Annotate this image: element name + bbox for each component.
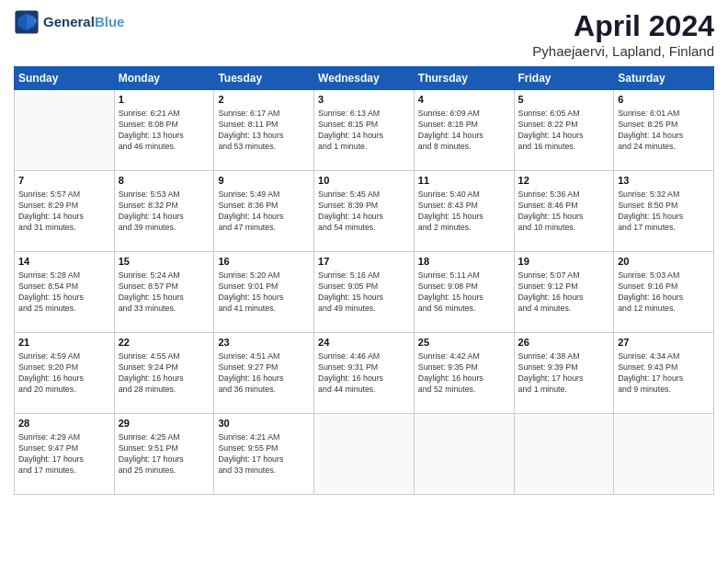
calendar-day-cell [314,414,415,495]
calendar-week-row: 14Sunrise: 5:28 AMSunset: 8:54 PMDayligh… [15,252,714,333]
day-number: 27 [618,336,710,350]
calendar-day-cell: 23Sunrise: 4:51 AMSunset: 9:27 PMDayligh… [214,333,314,414]
day-number: 1 [119,93,210,107]
title-area: April 2024 Pyhaejaervi, Lapland, Finland [532,9,714,59]
logo-icon [14,9,40,35]
day-info: Sunrise: 6:13 AMSunset: 8:15 PMDaylight:… [318,108,410,153]
day-info: Sunrise: 5:49 AMSunset: 8:36 PMDaylight:… [218,189,310,234]
weekday-header: Friday [514,67,614,90]
day-number: 30 [218,417,310,431]
day-info: Sunrise: 6:01 AMSunset: 8:25 PMDaylight:… [618,108,710,153]
day-number: 26 [518,336,610,350]
day-number: 11 [418,174,510,188]
weekday-header: Sunday [15,67,115,90]
header: GeneralBlue April 2024 Pyhaejaervi, Lapl… [14,9,714,59]
calendar-day-cell [15,90,115,171]
weekday-header: Tuesday [214,67,314,90]
day-info: Sunrise: 4:51 AMSunset: 9:27 PMDaylight:… [218,350,310,396]
day-info: Sunrise: 4:38 AMSunset: 9:39 PMDaylight:… [518,350,610,396]
day-number: 19 [518,255,610,269]
weekday-header: Saturday [614,67,714,90]
day-number: 7 [18,174,110,188]
day-info: Sunrise: 6:05 AMSunset: 8:22 PMDaylight:… [518,108,610,153]
day-info: Sunrise: 4:34 AMSunset: 9:43 PMDaylight:… [618,350,710,396]
day-info: Sunrise: 5:28 AMSunset: 8:54 PMDaylight:… [18,270,110,315]
day-number: 5 [518,93,610,107]
page: GeneralBlue April 2024 Pyhaejaervi, Lapl… [0,0,728,563]
calendar-day-cell: 26Sunrise: 4:38 AMSunset: 9:39 PMDayligh… [514,333,614,414]
calendar-day-cell: 10Sunrise: 5:45 AMSunset: 8:39 PMDayligh… [314,171,415,252]
day-number: 15 [119,255,210,269]
logo-text: GeneralBlue [43,15,124,30]
day-number: 22 [119,336,210,350]
calendar-day-cell: 7Sunrise: 5:57 AMSunset: 8:29 PMDaylight… [15,171,115,252]
calendar-day-cell: 13Sunrise: 5:32 AMSunset: 8:50 PMDayligh… [614,171,714,252]
day-info: Sunrise: 4:21 AMSunset: 9:55 PMDaylight:… [218,431,310,477]
calendar-day-cell: 5Sunrise: 6:05 AMSunset: 8:22 PMDaylight… [514,90,614,171]
day-info: Sunrise: 4:59 AMSunset: 9:20 PMDaylight:… [18,350,110,396]
day-info: Sunrise: 4:42 AMSunset: 9:35 PMDaylight:… [418,350,510,396]
day-number: 10 [318,174,410,188]
calendar-day-cell: 1Sunrise: 6:21 AMSunset: 8:08 PMDaylight… [114,90,214,171]
calendar-day-cell: 20Sunrise: 5:03 AMSunset: 9:16 PMDayligh… [614,252,714,333]
logo-blue: Blue [95,14,125,29]
day-number: 25 [418,336,510,350]
calendar-day-cell [514,414,614,495]
day-number: 3 [318,93,410,107]
day-number: 14 [18,255,110,269]
calendar-day-cell: 24Sunrise: 4:46 AMSunset: 9:31 PMDayligh… [314,333,415,414]
day-number: 9 [218,174,310,188]
calendar-day-cell: 18Sunrise: 5:11 AMSunset: 9:08 PMDayligh… [414,252,514,333]
day-number: 2 [218,93,310,107]
calendar-day-cell: 6Sunrise: 6:01 AMSunset: 8:25 PMDaylight… [614,90,714,171]
day-info: Sunrise: 4:29 AMSunset: 9:47 PMDaylight:… [18,431,110,477]
day-number: 21 [18,336,110,350]
calendar-table: SundayMondayTuesdayWednesdayThursdayFrid… [14,66,714,495]
day-info: Sunrise: 5:20 AMSunset: 9:01 PMDaylight:… [218,270,310,315]
calendar-week-row: 28Sunrise: 4:29 AMSunset: 9:47 PMDayligh… [15,414,714,495]
calendar-day-cell: 27Sunrise: 4:34 AMSunset: 9:43 PMDayligh… [614,333,714,414]
calendar-day-cell: 12Sunrise: 5:36 AMSunset: 8:46 PMDayligh… [514,171,614,252]
day-number: 13 [618,174,710,188]
calendar-day-cell: 21Sunrise: 4:59 AMSunset: 9:20 PMDayligh… [15,333,115,414]
calendar-day-cell: 14Sunrise: 5:28 AMSunset: 8:54 PMDayligh… [15,252,115,333]
logo-general: General [43,14,95,29]
day-info: Sunrise: 5:16 AMSunset: 9:05 PMDaylight:… [318,270,410,315]
day-info: Sunrise: 5:45 AMSunset: 8:39 PMDaylight:… [318,189,410,234]
calendar-day-cell: 17Sunrise: 5:16 AMSunset: 9:05 PMDayligh… [314,252,415,333]
day-info: Sunrise: 4:25 AMSunset: 9:51 PMDaylight:… [119,431,210,477]
day-info: Sunrise: 5:57 AMSunset: 8:29 PMDaylight:… [18,189,110,234]
day-info: Sunrise: 6:21 AMSunset: 8:08 PMDaylight:… [119,108,210,153]
day-info: Sunrise: 5:32 AMSunset: 8:50 PMDaylight:… [618,189,710,234]
calendar-day-cell: 19Sunrise: 5:07 AMSunset: 9:12 PMDayligh… [514,252,614,333]
day-number: 16 [218,255,310,269]
day-info: Sunrise: 6:17 AMSunset: 8:11 PMDaylight:… [218,108,310,153]
day-info: Sunrise: 5:53 AMSunset: 8:32 PMDaylight:… [119,189,210,234]
calendar-day-cell [614,414,714,495]
calendar-header-row: SundayMondayTuesdayWednesdayThursdayFrid… [15,67,714,90]
weekday-header: Monday [114,67,214,90]
calendar-day-cell: 25Sunrise: 4:42 AMSunset: 9:35 PMDayligh… [414,333,514,414]
calendar-day-cell: 30Sunrise: 4:21 AMSunset: 9:55 PMDayligh… [214,414,314,495]
calendar-day-cell: 28Sunrise: 4:29 AMSunset: 9:47 PMDayligh… [15,414,115,495]
page-title: April 2024 [532,9,714,43]
day-number: 8 [119,174,210,188]
day-number: 23 [218,336,310,350]
calendar-week-row: 21Sunrise: 4:59 AMSunset: 9:20 PMDayligh… [15,333,714,414]
day-number: 24 [318,336,410,350]
page-subtitle: Pyhaejaervi, Lapland, Finland [532,43,714,59]
day-number: 28 [18,417,110,431]
weekday-header: Wednesday [314,67,415,90]
calendar-day-cell: 9Sunrise: 5:49 AMSunset: 8:36 PMDaylight… [214,171,314,252]
calendar-day-cell: 4Sunrise: 6:09 AMSunset: 8:18 PMDaylight… [414,90,514,171]
weekday-header: Thursday [414,67,514,90]
day-info: Sunrise: 5:07 AMSunset: 9:12 PMDaylight:… [518,270,610,315]
calendar-day-cell: 22Sunrise: 4:55 AMSunset: 9:24 PMDayligh… [114,333,214,414]
calendar-day-cell [414,414,514,495]
day-number: 29 [119,417,210,431]
logo-area: GeneralBlue [14,9,124,35]
calendar-day-cell: 15Sunrise: 5:24 AMSunset: 8:57 PMDayligh… [114,252,214,333]
day-number: 12 [518,174,610,188]
day-info: Sunrise: 5:24 AMSunset: 8:57 PMDaylight:… [119,270,210,315]
calendar-day-cell: 16Sunrise: 5:20 AMSunset: 9:01 PMDayligh… [214,252,314,333]
